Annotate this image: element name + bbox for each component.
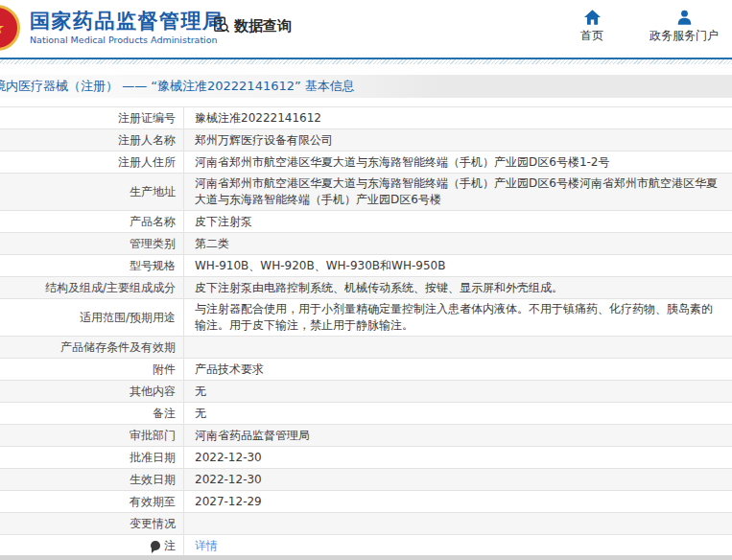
- row-label: 生产地址: [0, 174, 184, 210]
- row-value: 无: [184, 403, 732, 424]
- row-value: 皮下注射泵由电路控制系统、机械传动系统、按键、显示屏和外壳组成。: [184, 277, 732, 298]
- user-icon: [676, 10, 693, 25]
- page-title-bar: 境内医疗器械（注册） —— “豫械注准20222141612” 基本信息: [0, 75, 732, 98]
- table-row: 型号规格WH-910B、WH-920B、WH-930B和WH-950B: [0, 255, 732, 277]
- row-label: 备注: [0, 403, 184, 424]
- nav-gov-portal[interactable]: 政务服务门户: [649, 10, 719, 44]
- row-label: 注册人名称: [0, 129, 184, 151]
- table-row: 变更情况: [0, 513, 732, 535]
- table-row: 生效日期2022-12-30: [0, 469, 732, 491]
- row-label: 变更情况: [0, 513, 184, 534]
- row-label: 注: [0, 535, 184, 556]
- header-nav: 首页 政务服务门户: [573, 10, 719, 44]
- row-label: 生效日期: [0, 469, 184, 490]
- row-value: 详情: [184, 535, 732, 556]
- row-label: 结构及组成/主要组成成分: [0, 277, 184, 298]
- data-query-tab[interactable]: 数据查询: [212, 15, 292, 37]
- nav-gov-portal-label: 政务服务门户: [649, 28, 719, 44]
- info-table: 注册证编号豫械注准20222141612注册人名称郑州万辉医疗设备有限公司注册人…: [0, 106, 732, 557]
- row-value: WH-910B、WH-920B、WH-930B和WH-950B: [184, 255, 732, 276]
- nav-home-label: 首页: [580, 28, 603, 44]
- row-value: 河南省郑州市航空港区华夏大道与东海路智能终端（手机）产业园D区6号楼1-2号: [184, 152, 732, 173]
- table-row: 产品储存条件及有效期: [0, 337, 732, 359]
- details-link[interactable]: 详情: [195, 538, 218, 554]
- row-label: 管理类别: [0, 233, 184, 254]
- site-header: ★ 国家药品监督管理局 National Medical Products Ad…: [0, 0, 732, 58]
- row-label: 型号规格: [0, 255, 184, 276]
- row-value: 豫械注准20222141612: [184, 107, 732, 128]
- table-row: 生产地址河南省郑州市航空港区华夏大道与东海路智能终端（手机）产业园D区6号楼河南…: [0, 174, 732, 211]
- note-bubble-icon: [151, 541, 160, 550]
- row-value: 产品技术要求: [184, 359, 732, 380]
- row-label: 批准日期: [0, 447, 184, 468]
- table-row: 注册证编号豫械注准20222141612: [0, 107, 732, 129]
- table-row: 结构及组成/主要组成成分皮下注射泵由电路控制系统、机械传动系统、按键、显示屏和外…: [0, 277, 732, 299]
- row-label: 产品名称: [0, 211, 184, 232]
- row-value: 2022-12-30: [184, 447, 732, 468]
- site-subtitle: National Medical Products Administration: [30, 35, 218, 45]
- row-value: 无: [184, 381, 732, 402]
- table-row: 产品名称皮下注射泵: [0, 211, 732, 233]
- row-label: 注册证编号: [0, 107, 184, 128]
- table-row: 附件产品技术要求: [0, 359, 732, 381]
- row-label: 附件: [0, 359, 184, 380]
- row-label: 适用范围/预期用途: [0, 299, 184, 336]
- row-value: 郑州万辉医疗设备有限公司: [184, 129, 732, 151]
- home-icon: [584, 10, 601, 25]
- emblem-star-icon: ★: [0, 19, 5, 36]
- table-row: 有效期至2027-12-29: [0, 491, 732, 513]
- row-label: 注册人住所: [0, 152, 184, 173]
- table-row: 其他内容无: [0, 381, 732, 403]
- site-title: 国家药品监督管理局: [30, 8, 224, 35]
- table-row: 批准日期2022-12-30: [0, 447, 732, 469]
- row-value: 2022-12-30: [184, 469, 732, 490]
- national-emblem-logo: ★: [0, 5, 20, 51]
- table-row: 注册人住所河南省郑州市航空港区华夏大道与东海路智能终端（手机）产业园D区6号楼1…: [0, 152, 732, 174]
- table-row: 管理类别第二类: [0, 233, 732, 255]
- page-title: 境内医疗器械（注册） —— “豫械注准20222141612” 基本信息: [0, 79, 355, 93]
- row-value: 河南省郑州市航空港区华夏大道与东海路智能终端（手机）产业园D区6号楼河南省郑州市…: [184, 174, 732, 210]
- row-value: 2027-12-29: [184, 491, 732, 512]
- row-value: [184, 337, 732, 358]
- row-value: [184, 513, 732, 534]
- table-row: 注详情: [0, 535, 732, 557]
- bottom-strip: [0, 555, 732, 560]
- table-row: 备注无: [0, 403, 732, 425]
- row-label: 其他内容: [0, 381, 184, 402]
- row-value: 皮下注射泵: [184, 211, 732, 232]
- row-value: 第二类: [184, 233, 732, 254]
- row-value: 与注射器配合使用，用于小剂量精确定量控制注入患者体内液体。不用于镇痛药、化疗药物…: [184, 299, 732, 336]
- row-label: 有效期至: [0, 491, 184, 512]
- table-row: 注册人名称郑州万辉医疗设备有限公司: [0, 129, 732, 152]
- hatched-separator: [0, 59, 732, 64]
- row-label: 审批部门: [0, 425, 184, 446]
- row-value: 河南省药品监督管理局: [184, 425, 732, 446]
- nav-home[interactable]: 首页: [573, 10, 611, 44]
- document-search-icon: [212, 15, 230, 37]
- table-row: 适用范围/预期用途与注射器配合使用，用于小剂量精确定量控制注入患者体内液体。不用…: [0, 299, 732, 337]
- row-label: 产品储存条件及有效期: [0, 337, 184, 358]
- table-row: 审批部门河南省药品监督管理局: [0, 425, 732, 447]
- data-query-label: 数据查询: [234, 17, 292, 35]
